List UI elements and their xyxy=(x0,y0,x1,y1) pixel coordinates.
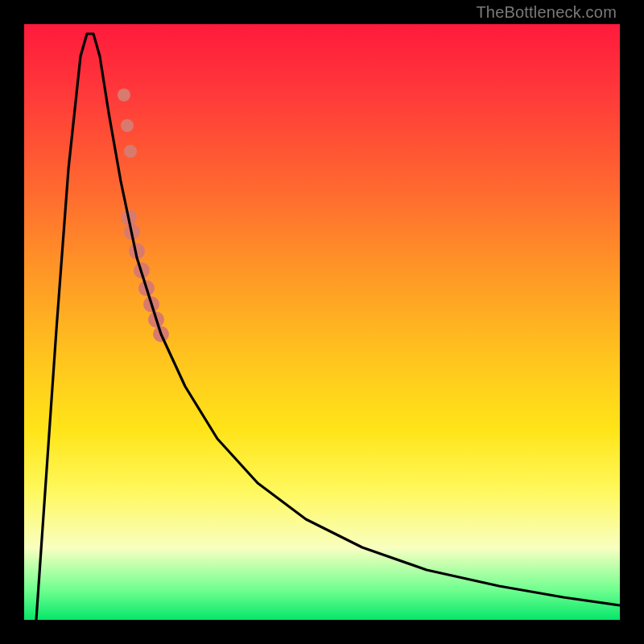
plot-area xyxy=(24,24,620,620)
highlight-dot xyxy=(118,89,130,101)
chart-frame: TheBottleneck.com xyxy=(0,0,644,644)
highlight-group xyxy=(118,89,169,342)
chart-svg xyxy=(24,24,620,620)
highlight-dot xyxy=(121,119,134,132)
watermark-text: TheBottleneck.com xyxy=(476,3,617,22)
highlight-dot xyxy=(124,145,137,158)
